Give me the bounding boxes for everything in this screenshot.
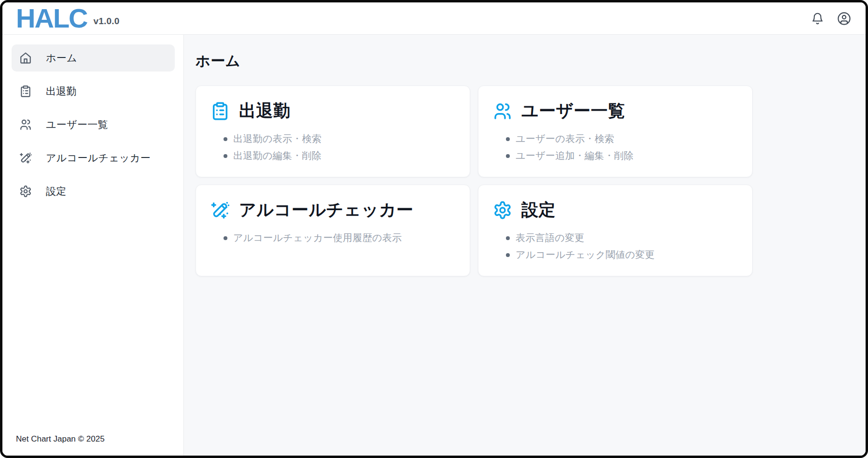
main-content: ホーム 出退勤 [184, 35, 866, 456]
card-feature: 出退勤の表示・検索 [233, 130, 455, 147]
user-circle-icon [837, 12, 851, 26]
clipboard-list-icon [19, 85, 32, 98]
sidebar-item-attendance[interactable]: 出退勤 [12, 78, 175, 105]
card-title: アルコールチェッカー [239, 199, 414, 221]
users-icon [493, 101, 512, 121]
card-title: 出退勤 [239, 100, 291, 122]
sidebar-item-users[interactable]: ユーザー一覧 [12, 111, 175, 138]
notifications-button[interactable] [811, 12, 824, 25]
gear-icon [493, 200, 512, 220]
clipboard-list-icon [210, 101, 230, 121]
account-button[interactable] [837, 12, 851, 26]
sidebar-item-label: アルコールチェッカー [46, 151, 151, 165]
bell-icon [811, 12, 824, 25]
card-title: 設定 [521, 199, 556, 221]
sidebar-item-label: ホーム [46, 51, 77, 65]
sidebar-item-label: ユーザー一覧 [46, 118, 108, 131]
copyright-text: Net Chart Japan © 2025 [12, 430, 175, 449]
card-user-list[interactable]: ユーザー一覧 ユーザーの表示・検索 ユーザー追加・編集・削除 [478, 86, 753, 177]
card-feature: アルコールチェッカー使用履歴の表示 [233, 229, 455, 246]
card-settings[interactable]: 設定 表示言語の変更 アルコールチェック閾値の変更 [478, 185, 753, 276]
card-feature-list: アルコールチェッカー使用履歴の表示 [210, 229, 455, 246]
card-feature: 出退勤の編集・削除 [233, 147, 455, 164]
logo-group: HALC v1.0.0 [16, 6, 120, 31]
card-feature: ユーザーの表示・検索 [516, 130, 738, 147]
sidebar: ホーム 出退勤 [2, 35, 184, 456]
card-feature: 表示言語の変更 [516, 229, 738, 246]
app-window: HALC v1.0.0 [0, 0, 868, 458]
card-feature: ユーザー追加・編集・削除 [516, 147, 738, 164]
card-feature-list: 出退勤の表示・検索 出退勤の編集・削除 [210, 130, 455, 164]
users-icon [19, 118, 32, 131]
gear-icon [19, 185, 32, 198]
app-logo: HALC [16, 6, 87, 31]
sidebar-item-label: 設定 [46, 185, 67, 198]
card-feature-list: ユーザーの表示・検索 ユーザー追加・編集・削除 [493, 130, 738, 164]
page-title: ホーム [196, 51, 851, 71]
sidebar-item-home[interactable]: ホーム [12, 44, 175, 72]
card-attendance[interactable]: 出退勤 出退勤の表示・検索 出退勤の編集・削除 [196, 86, 470, 177]
sidebar-item-alcohol-checker[interactable]: アルコールチェッカー [12, 144, 175, 172]
card-title: ユーザー一覧 [521, 100, 625, 122]
card-feature: アルコールチェック閾値の変更 [516, 246, 738, 263]
magic-wand-icon [210, 200, 230, 220]
sidebar-nav: ホーム 出退勤 [12, 44, 175, 205]
sidebar-item-settings[interactable]: 設定 [12, 178, 175, 205]
app-version: v1.0.0 [94, 16, 120, 27]
home-icon [19, 52, 32, 64]
sidebar-item-label: 出退勤 [46, 85, 77, 98]
magic-wand-icon [19, 152, 32, 164]
header-actions [811, 12, 851, 26]
card-feature-list: 表示言語の変更 アルコールチェック閾値の変更 [493, 229, 738, 263]
app-header: HALC v1.0.0 [2, 2, 866, 35]
card-grid: 出退勤 出退勤の表示・検索 出退勤の編集・削除 [196, 86, 753, 276]
card-alcohol-checker[interactable]: アルコールチェッカー アルコールチェッカー使用履歴の表示 [196, 185, 470, 276]
